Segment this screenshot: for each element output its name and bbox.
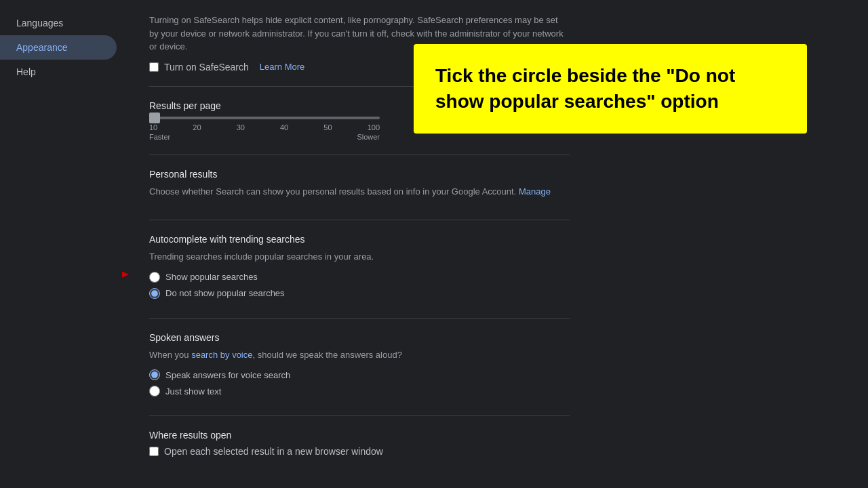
sidebar-item-help[interactable]: Help: [0, 60, 117, 84]
autocomplete-title: Autocomplete with trending searches: [149, 234, 570, 245]
speak-answers-row[interactable]: Speak answers for voice search: [149, 369, 570, 380]
spoken-answers-desc: When you search by voice, should we spea…: [149, 348, 570, 362]
main-content: Turning on SafeSearch helps hide explici…: [122, 0, 868, 488]
personal-results-section: Personal results Choose whether Search c…: [149, 155, 570, 221]
tick-40: 40: [280, 123, 288, 131]
manage-link[interactable]: Manage: [519, 186, 551, 197]
autocomplete-section: Autocomplete with trending searches Tren…: [149, 220, 570, 319]
speak-answers-radio[interactable]: [149, 369, 160, 380]
sidebar-item-label: Help: [16, 66, 36, 77]
where-results-open-section: Where results open Open each selected re…: [149, 416, 570, 470]
faster-label: Faster: [149, 133, 170, 141]
safesearch-checkbox[interactable]: [149, 62, 159, 72]
personal-results-desc: Choose whether Search can show you perso…: [149, 185, 570, 199]
tick-50: 50: [323, 123, 332, 131]
do-not-show-label: Do not show popular searches: [165, 288, 285, 298]
tick-100: 100: [368, 123, 380, 131]
show-popular-label: Show popular searches: [165, 272, 258, 282]
slider-speed-labels: Faster Slower: [149, 133, 380, 141]
new-window-label: Open each selected result in a new brows…: [164, 446, 383, 457]
just-show-text-row[interactable]: Just show text: [149, 386, 570, 396]
voice-search-link[interactable]: search by voice: [191, 350, 252, 360]
do-not-show-popular-row[interactable]: Do not show popular searches: [149, 288, 570, 299]
show-popular-radio[interactable]: [149, 272, 160, 283]
sidebar: Languages Appearance Help: [0, 0, 122, 488]
just-show-text-radio[interactable]: [149, 386, 160, 396]
slider-track[interactable]: [149, 117, 380, 119]
sidebar-item-languages[interactable]: Languages: [0, 11, 117, 35]
red-arrow-container: [122, 262, 129, 287]
new-window-checkbox-row: Open each selected result in a new brows…: [149, 446, 570, 457]
svg-marker-0: [122, 262, 129, 287]
sidebar-item-label: Languages: [16, 18, 63, 28]
new-window-checkbox[interactable]: [149, 447, 159, 456]
show-popular-searches-row[interactable]: Show popular searches: [149, 272, 570, 283]
sidebar-item-appearance[interactable]: Appearance: [0, 35, 117, 60]
tooltip-text: Tick the circle beside the "Do not show …: [435, 63, 785, 115]
slower-label: Slower: [357, 133, 380, 141]
red-arrow-icon: [122, 262, 129, 287]
tick-10: 10: [149, 123, 157, 131]
autocomplete-desc: Trending searches include popular search…: [149, 250, 570, 264]
tooltip-box: Tick the circle beside the "Do not show …: [414, 44, 807, 134]
spoken-answers-section: Spoken answers When you search by voice,…: [149, 319, 570, 417]
personal-results-title: Personal results: [149, 169, 570, 180]
safesearch-label: Turn on SafeSearch: [164, 62, 249, 73]
slider-thumb[interactable]: [149, 113, 160, 123]
do-not-show-radio[interactable]: [149, 288, 160, 299]
learn-more-link[interactable]: Learn More: [260, 62, 304, 72]
spoken-answers-title: Spoken answers: [149, 332, 570, 343]
where-results-open-title: Where results open: [149, 430, 570, 441]
tick-20: 20: [193, 123, 201, 131]
slider-labels: 10 20 30 40 50 100: [149, 123, 380, 131]
sidebar-item-label: Appearance: [16, 42, 68, 53]
just-show-text-label: Just show text: [165, 386, 221, 396]
tick-30: 30: [237, 123, 245, 131]
speak-answers-label: Speak answers for voice search: [165, 370, 290, 380]
